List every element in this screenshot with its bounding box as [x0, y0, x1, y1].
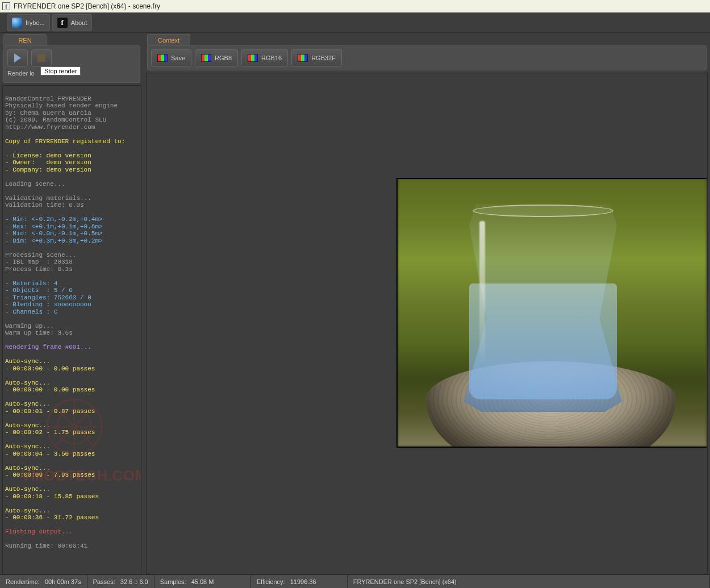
rgb32f-button[interactable]: RGB32F — [291, 49, 342, 66]
svg-point-1 — [57, 410, 91, 444]
log-line: - 00:00:36 - 31.72 passes — [5, 514, 99, 521]
save-icon — [157, 54, 168, 62]
log-line: Auto-sync... — [5, 380, 50, 386]
log-line: - Mid: <-0.0m,-0.1m,+0.5m> — [5, 230, 103, 237]
log-line: Processing scene... — [5, 252, 76, 258]
top-ribbon: frybe... f About — [0, 12, 710, 33]
log-line: Auto-sync... — [5, 422, 50, 429]
log-line: Flushing output... — [5, 528, 73, 535]
render-viewport[interactable] — [146, 73, 708, 574]
log-line: - Channels : C — [5, 308, 57, 315]
rendered-image — [396, 178, 707, 448]
log-line: Validating materials... — [5, 195, 91, 202]
log-line: - Objects : 5 / 0 — [5, 287, 73, 294]
status-samples: Samples: 45.08 M — [154, 575, 251, 588]
log-line: Auto-sync... — [5, 401, 50, 407]
log-line: - Blending : sooooooooo — [5, 301, 91, 308]
log-line: Process time: 0.3s — [5, 266, 73, 273]
left-tabs: REN — [0, 33, 144, 45]
window-titlebar: f FRYRENDER one SP2 [Bench] (x64) - scen… — [0, 0, 710, 12]
status-rendertime: Rendertime: 00h 00m 37s — [0, 575, 87, 588]
log-line: (c) 2009, RandomControl SLU — [5, 116, 106, 123]
log-line: - 00:00:04 - 3.50 passes — [5, 451, 95, 457]
rgb16-button[interactable]: RGB16 — [241, 49, 288, 66]
log-line: - Max: <+0.1m,+0.1m,+0.6m> — [5, 223, 103, 230]
stop-button[interactable] — [31, 49, 52, 66]
log-line: Physically-based render engine — [5, 102, 118, 109]
log-line: - 00:00:00 - 0.00 passes — [5, 365, 95, 372]
app-icon: f — [2, 2, 10, 10]
log-line: Auto-sync... — [5, 465, 50, 472]
about-button[interactable]: f About — [52, 14, 93, 31]
stop-render-tooltip: Stop render — [40, 66, 81, 76]
rgb-icon — [201, 54, 211, 62]
rgb-icon — [298, 54, 308, 62]
log-line: Auto-sync... — [5, 443, 50, 450]
context-toolbar: Save RGB8 RGB16 RGB32F — [147, 45, 707, 70]
save-button[interactable]: Save — [151, 49, 191, 66]
rgb32f-label: RGB32F — [311, 55, 336, 61]
left-panel: REN Render lo Stop render RandomControl … — [0, 33, 144, 574]
rgb16-label: RGB16 — [261, 55, 282, 61]
rgb8-label: RGB8 — [215, 55, 232, 61]
log-line: Warming up... — [5, 323, 54, 330]
log-line: - Company: demo version — [5, 166, 91, 173]
log-line: Running time: 00:00:41 — [5, 543, 87, 549]
log-line: Copy of FRYRENDER registered to: — [5, 138, 125, 145]
log-line: - Min: <-0.2m,-0.2m,+0.4m> — [5, 216, 103, 223]
window-title: FRYRENDER one SP2 [Bench] (x64) - scene.… — [14, 2, 160, 10]
globe-icon — [12, 18, 22, 28]
status-appname: FRYRENDER one SP2 [Bench] (x64) — [348, 575, 710, 588]
log-line: http://www.fryrender.com — [5, 124, 95, 131]
log-line: - 00:00:02 - 1.75 passes — [5, 429, 95, 436]
log-line: - 00:00:01 - 0.87 passes — [5, 408, 95, 415]
log-line: Auto-sync... — [5, 486, 50, 493]
fryrender-logo-icon: f — [57, 18, 68, 28]
log-line: Loading scene... — [5, 181, 65, 187]
log-line: - Owner: demo version — [5, 159, 91, 166]
render-log[interactable]: RandomControl FRYRENDER Physically-based… — [2, 85, 141, 574]
log-line: Auto-sync... — [5, 507, 50, 514]
about-label: About — [71, 19, 87, 26]
log-line: Rendering frame #001... — [5, 344, 91, 351]
right-tabs: Context — [144, 33, 710, 45]
log-line: Auto-sync... — [5, 358, 50, 365]
log-line: by: Chema Guerra Garcia — [5, 110, 91, 116]
frybench-button[interactable]: frybe... — [7, 14, 50, 31]
right-panel: Context Save RGB8 RGB16 RGB32F — [144, 33, 710, 574]
play-button[interactable] — [7, 49, 28, 66]
log-line: Warm up time: 3.6s — [5, 330, 73, 336]
rgb-icon — [248, 54, 258, 62]
frybench-label: frybe... — [26, 19, 45, 26]
stop-icon — [37, 54, 45, 62]
log-line: - 00:00:18 - 15.85 passes — [5, 493, 99, 500]
main-content: REN Render lo Stop render RandomControl … — [0, 33, 710, 574]
tab-ren[interactable]: REN — [3, 34, 47, 45]
save-label: Save — [171, 55, 185, 61]
render-controls: Render lo Stop render — [3, 45, 140, 83]
status-passes: Passes: 32.6 :: 6.0 — [87, 575, 154, 588]
log-line: - Dim: <+0.3m,+0.3m,+0.2m> — [5, 237, 103, 244]
log-line: - License: demo version — [5, 152, 91, 159]
status-bar: Rendertime: 00h 00m 37s Passes: 32.6 :: … — [0, 574, 710, 588]
log-line: - 00:00:09 - 7.93 passes — [5, 472, 95, 478]
log-line: RandomControl FRYRENDER — [5, 95, 91, 102]
log-line: Validation time: 0.0s — [5, 202, 84, 208]
tab-context[interactable]: Context — [147, 34, 190, 45]
status-efficiency: Efficiency: 11996.36 — [251, 575, 348, 588]
rgb8-button[interactable]: RGB8 — [195, 49, 238, 66]
log-line: - Triangles: 752663 / 0 — [5, 294, 91, 301]
play-icon — [14, 53, 21, 62]
log-line: - 00:00:00 - 0.00 passes — [5, 386, 95, 393]
log-line: - IBL map : 20318 — [5, 258, 73, 265]
log-line: - Materials: 4 — [5, 280, 57, 287]
